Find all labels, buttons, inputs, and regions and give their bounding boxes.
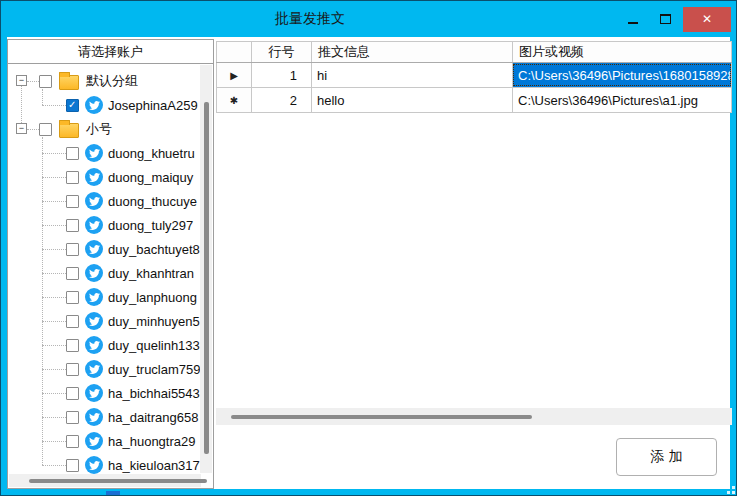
expander-icon[interactable]: −	[16, 123, 27, 134]
window-controls: ✕	[619, 6, 736, 32]
checkbox[interactable]	[66, 435, 79, 448]
tree-item-label: duy_quelinh133	[108, 338, 200, 353]
twitter-icon	[85, 216, 103, 234]
checkbox[interactable]	[66, 315, 79, 328]
scrollbar-thumb[interactable]	[204, 102, 209, 454]
expander-icon[interactable]: −	[16, 75, 27, 86]
twitter-icon	[85, 192, 103, 210]
media-path-cell[interactable]: C:\Users\36496\Pictures\16801589288	[512, 63, 732, 87]
row-indicator-cell[interactable]: ▶	[216, 63, 251, 87]
resize-grip[interactable]	[724, 483, 736, 495]
message-cell[interactable]: hello	[311, 88, 512, 112]
checkbox[interactable]	[66, 459, 79, 472]
title-bar: 批量发推文 ✕	[1, 1, 736, 37]
twitter-icon	[85, 432, 103, 450]
checkbox[interactable]	[66, 147, 79, 160]
folder-icon	[59, 75, 79, 90]
twitter-icon	[85, 360, 103, 378]
twitter-icon	[85, 240, 103, 258]
checkbox[interactable]	[39, 75, 52, 88]
tree-item[interactable]: ha_daitrang658	[8, 405, 213, 429]
grid-corner-header[interactable]	[216, 42, 251, 62]
window-title: 批量发推文	[1, 10, 619, 28]
tree-item[interactable]: duong_thucuye	[8, 189, 213, 213]
account-panel-header: 请选择账户	[8, 40, 213, 64]
maximize-icon	[660, 14, 671, 24]
current-row-icon: ▶	[230, 70, 238, 81]
twitter-icon	[85, 408, 103, 426]
media-path-cell[interactable]: C:\Users\36496\Pictures\a1.jpg	[512, 88, 732, 112]
twitter-icon	[85, 144, 103, 162]
checkbox[interactable]	[66, 267, 79, 280]
twitter-icon	[85, 288, 103, 306]
tree-item[interactable]: duy_minhuyen5	[8, 309, 213, 333]
account-panel-horizontal-scrollbar[interactable]	[9, 474, 201, 487]
app-window: 批量发推文 ✕ 请选择账户 − 默认分组 JosephinaA259 −	[0, 0, 737, 496]
window-content: 请选择账户 − 默认分组 JosephinaA259 − 小号	[7, 37, 730, 489]
tree-item[interactable]: duy_truclam759	[8, 357, 213, 381]
twitter-icon	[85, 312, 103, 330]
tree-item[interactable]: duy_quelinh133	[8, 333, 213, 357]
grid-header-row: 行号 推文信息 图片或视频	[216, 41, 732, 63]
checkbox[interactable]	[66, 411, 79, 424]
checkbox[interactable]	[66, 339, 79, 352]
tree-item-label: duong_thucuye	[108, 194, 197, 209]
tree-item[interactable]: duong_maiquy	[8, 165, 213, 189]
grid-horizontal-scrollbar[interactable]	[216, 408, 732, 425]
account-tree: − 默认分组 JosephinaA259 − 小号 duong_khuetru	[8, 65, 213, 474]
tree-item[interactable]: ha_kieuloan317	[8, 453, 213, 474]
twitter-icon	[85, 168, 103, 186]
tree-item-label: ha_huongtra29	[108, 434, 195, 449]
tree-item[interactable]: ha_huongtra29	[8, 429, 213, 453]
tree-item-label: duy_minhuyen5	[108, 314, 200, 329]
tree-item-label: 默认分组	[86, 72, 138, 90]
tree-item-label: JosephinaA259	[108, 98, 198, 113]
tree-item-label: ha_daitrang658	[108, 410, 198, 425]
tree-item-label: ha_bichhai5543	[108, 386, 200, 401]
checkbox[interactable]	[66, 291, 79, 304]
checkbox[interactable]	[66, 363, 79, 376]
line-number-cell[interactable]: 1	[251, 63, 311, 87]
account-panel-vertical-scrollbar[interactable]	[200, 65, 212, 473]
tree-item[interactable]: duy_lanphuong	[8, 285, 213, 309]
tree-item[interactable]: ha_bichhai5543	[8, 381, 213, 405]
folder-icon	[59, 123, 79, 138]
tree-item[interactable]: − 小号	[8, 117, 213, 141]
tree-item[interactable]: duong_tuly297	[8, 213, 213, 237]
row-indicator-cell[interactable]: ✱	[216, 88, 251, 112]
scrollbar-thumb[interactable]	[231, 415, 532, 419]
checkbox[interactable]	[66, 99, 79, 112]
close-button[interactable]: ✕	[683, 7, 731, 32]
tree-item[interactable]: duy_khanhtran	[8, 261, 213, 285]
twitter-icon	[85, 384, 103, 402]
tree-item-label: duy_khanhtran	[108, 266, 194, 281]
line-number-cell[interactable]: 2	[251, 88, 311, 112]
column-header-line-number[interactable]: 行号	[251, 42, 311, 62]
tree-item[interactable]: JosephinaA259	[8, 93, 213, 117]
minimize-button[interactable]	[619, 6, 647, 32]
checkbox[interactable]	[66, 171, 79, 184]
twitter-icon	[85, 336, 103, 354]
table-row[interactable]: ▶ 1 hi C:\Users\36496\Pictures\168015892…	[216, 63, 732, 88]
checkbox[interactable]	[66, 195, 79, 208]
tree-item-label: duy_bachtuyet8	[108, 242, 200, 257]
checkbox[interactable]	[66, 387, 79, 400]
add-button[interactable]: 添 加	[616, 438, 717, 476]
close-icon: ✕	[702, 12, 712, 26]
table-row[interactable]: ✱ 2 hello C:\Users\36496\Pictures\a1.jpg	[216, 88, 732, 113]
checkbox[interactable]	[39, 123, 52, 136]
tree-item[interactable]: duong_khuetru	[8, 141, 213, 165]
twitter-icon	[85, 96, 103, 114]
column-header-message[interactable]: 推文信息	[311, 42, 512, 62]
tree-item[interactable]: − 默认分组	[8, 69, 213, 93]
maximize-button[interactable]	[651, 6, 679, 32]
message-cell[interactable]: hi	[311, 63, 512, 87]
column-header-media[interactable]: 图片或视频	[512, 42, 732, 62]
twitter-icon	[85, 264, 103, 282]
checkbox[interactable]	[66, 243, 79, 256]
taskbar-peek-artifact	[106, 491, 120, 495]
tree-item-label: duy_truclam759	[108, 362, 201, 377]
tree-item[interactable]: duy_bachtuyet8	[8, 237, 213, 261]
scrollbar-thumb[interactable]	[29, 479, 207, 483]
checkbox[interactable]	[66, 219, 79, 232]
